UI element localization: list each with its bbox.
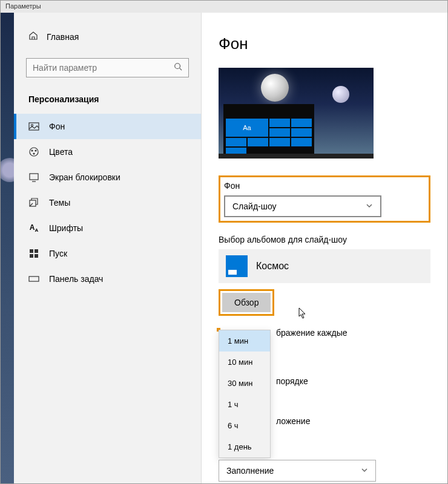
taskbar-icon	[28, 273, 39, 284]
search-input[interactable]	[33, 63, 174, 73]
interval-dropdown-menu: 1 мин 10 мин 30 мин 1 ч 6 ч 1 день	[219, 330, 271, 458]
browse-button[interactable]: Обзор	[222, 293, 271, 312]
highlight-browse: Обзор	[219, 289, 274, 316]
svg-line-1	[180, 68, 182, 71]
preview-tile: Aa	[226, 119, 268, 137]
sidebar-item-start[interactable]: Пуск	[14, 241, 201, 266]
svg-rect-12	[35, 249, 38, 253]
album-row[interactable]: Космос	[219, 249, 430, 283]
highlight-interval-menu: 1 мин 10 мин 30 мин 1 ч 6 ч 1 день	[217, 328, 220, 332]
sidebar-item-label: Экран блокировки	[49, 172, 120, 182]
sidebar: Главная Персонализация Фон Цвета	[14, 13, 202, 483]
window-title-bar: Параметры	[1, 1, 447, 13]
preview-moon-small	[332, 86, 349, 103]
chevron-down-icon	[366, 201, 373, 211]
main-container: Главная Персонализация Фон Цвета	[1, 13, 447, 483]
fonts-icon: AA	[28, 223, 39, 234]
svg-point-7	[33, 153, 35, 154]
interval-option[interactable]: 1 день	[219, 436, 270, 457]
sidebar-item-themes[interactable]: Темы	[14, 190, 201, 215]
section-title: Персонализация	[14, 87, 201, 114]
cursor-icon	[298, 307, 307, 319]
interval-label-partial: бражение каждые	[276, 328, 430, 338]
sidebar-item-colors[interactable]: Цвета	[14, 139, 201, 165]
svg-rect-13	[30, 254, 33, 258]
svg-point-3	[31, 125, 33, 126]
svg-point-0	[175, 64, 180, 69]
desktop-strip	[1, 13, 14, 483]
interval-option[interactable]: 10 мин	[219, 352, 270, 373]
page-title: Фон	[219, 34, 430, 53]
home-label: Главная	[47, 32, 79, 42]
preview-moon-large	[261, 74, 289, 102]
preview-taskbar	[219, 154, 374, 159]
desktop-preview: Aa	[219, 68, 374, 159]
sidebar-item-fonts[interactable]: AA Шрифты	[14, 215, 201, 241]
preview-start-menu: Aa	[223, 104, 314, 159]
svg-point-5	[31, 150, 33, 151]
svg-rect-11	[30, 249, 33, 253]
interval-option[interactable]: 6 ч	[219, 415, 270, 436]
sidebar-item-label: Фон	[49, 122, 65, 131]
svg-point-6	[35, 150, 36, 151]
sidebar-item-lockscreen[interactable]: Экран блокировки	[14, 165, 201, 190]
svg-rect-15	[29, 276, 39, 281]
interval-option[interactable]: 1 мин	[219, 330, 270, 352]
sidebar-item-label: Пуск	[49, 249, 67, 258]
album-name: Космос	[256, 261, 289, 272]
lock-screen-icon	[28, 172, 39, 183]
search-box[interactable]	[26, 58, 189, 77]
fit-dropdown[interactable]: Заполнение	[219, 460, 376, 482]
window-title: Параметры	[5, 2, 41, 10]
sidebar-item-background[interactable]: Фон	[14, 114, 201, 139]
background-value: Слайд-шоу	[232, 201, 277, 211]
start-icon	[28, 248, 39, 259]
chevron-down-icon	[361, 466, 368, 476]
interval-option[interactable]: 1 ч	[219, 394, 270, 415]
folder-icon	[226, 255, 248, 277]
content-area: Фон Aa	[202, 13, 447, 483]
themes-icon	[28, 197, 39, 208]
svg-rect-14	[35, 254, 38, 258]
image-icon	[28, 121, 39, 132]
svg-rect-8	[30, 174, 38, 180]
sidebar-item-label: Шрифты	[49, 223, 83, 233]
background-label: Фон	[224, 181, 425, 191]
highlight-background-dropdown: Фон Слайд-шоу	[219, 175, 430, 223]
fit-value: Заполнение	[226, 466, 274, 476]
background-dropdown[interactable]: Слайд-шоу	[224, 195, 381, 217]
album-label: Выбор альбомов для слайд-шоу	[219, 235, 430, 244]
sidebar-item-taskbar[interactable]: Панель задач	[14, 266, 201, 292]
search-icon	[174, 62, 182, 73]
sidebar-item-label: Панель задач	[49, 274, 103, 284]
home-button[interactable]: Главная	[14, 25, 201, 48]
palette-icon	[28, 146, 39, 157]
sidebar-item-label: Темы	[49, 198, 70, 208]
shuffle-label-partial: порядке	[276, 376, 430, 386]
sidebar-item-label: Цвета	[49, 147, 73, 157]
home-icon	[28, 31, 38, 42]
fit-label-partial: ложение	[276, 416, 430, 426]
interval-option[interactable]: 30 мин	[219, 373, 270, 394]
svg-point-4	[30, 148, 38, 156]
